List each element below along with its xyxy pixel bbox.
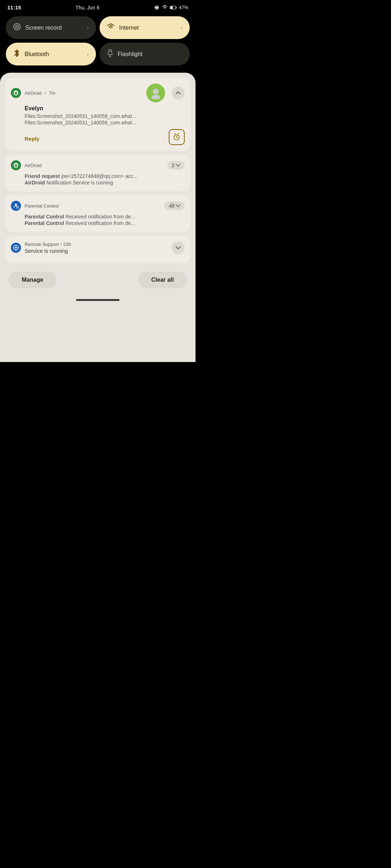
status-icons: 47% [154, 5, 188, 10]
notif-app-name-parental: Parental Control [25, 203, 161, 209]
svg-point-12 [153, 89, 159, 94]
flashlight-label: Flashlight [118, 51, 182, 58]
notif-body-parental: Parental Control Received notification f… [11, 214, 185, 226]
svg-point-15 [15, 204, 17, 206]
notification-panel: AirDroid • 7m [0, 73, 196, 362]
status-date: Thu, Jun 6 [76, 5, 100, 10]
svg-point-18 [15, 247, 17, 249]
notif-app-name-2: AirDroid [25, 163, 164, 168]
bluetooth-arrow: › [87, 51, 89, 57]
airdroid-app-icon-1 [11, 88, 21, 98]
quick-settings: Screen record › Internet › Bluetooth › [0, 13, 196, 71]
notif-header-airdroid-2: AirDroid 2 [11, 160, 185, 170]
notif-count-button-parental[interactable]: 48 [164, 201, 185, 210]
internet-arrow: › [181, 25, 182, 31]
notif-title-1: Evelyn [25, 105, 185, 112]
notif-app-name-1: AirDroid • 7m [25, 90, 143, 96]
flashlight-icon [107, 49, 113, 59]
status-time: 11:15 [7, 4, 21, 10]
notif-header-remote: Remote Support • 23h Service is running [11, 241, 185, 254]
notif-snooze-button[interactable] [169, 129, 185, 145]
avatar-icon [150, 87, 162, 99]
notif-text-parental-2: Parental Control Received notification f… [25, 220, 185, 226]
notif-header-parental: Parental Control 48 [11, 201, 185, 211]
chevron-up-icon [176, 91, 181, 95]
parental-icon [13, 203, 19, 209]
vibrate-icon [154, 5, 160, 10]
svg-rect-5 [176, 7, 176, 8]
notif-collapse-button-1[interactable] [172, 86, 185, 99]
notif-body-2: Friend request joe<2572274848@qq.com> ac… [11, 173, 185, 186]
svg-point-13 [151, 95, 160, 99]
notif-text-2a: Friend request joe<2572274848@qq.com> ac… [25, 173, 185, 179]
notification-remote-support[interactable]: Remote Support • 23h Service is running [5, 235, 190, 263]
notification-parental-control[interactable]: Parental Control 48 Parental Control Rec… [5, 195, 190, 232]
tile-bluetooth[interactable]: Bluetooth › [6, 43, 96, 65]
notif-text-2b: AirDroid Notification Service is running [25, 180, 185, 186]
home-indicator [5, 292, 190, 305]
battery-icon [170, 5, 177, 10]
clear-all-button[interactable]: Clear all [138, 272, 187, 288]
svg-rect-2 [155, 7, 155, 8]
notif-count-button-2[interactable]: 2 [167, 161, 185, 170]
internet-label: Internet [119, 25, 176, 31]
screen-record-icon [13, 23, 21, 33]
notif-reply-button[interactable]: Reply [25, 136, 39, 142]
chevron-down-icon [176, 163, 180, 167]
svg-rect-6 [171, 6, 173, 8]
chevron-down-icon-remote [176, 246, 181, 250]
bluetooth-label: Bluetooth [25, 51, 83, 58]
svg-rect-3 [158, 7, 159, 8]
notification-airdroid-2[interactable]: AirDroid 2 Friend request joe<2572274848… [5, 154, 190, 191]
battery-percent: 47% [179, 5, 188, 10]
bottom-actions: Manage Clear all [5, 267, 190, 292]
notif-body-1: Evelyn Files:Screenshot_20240531_140059_… [11, 105, 185, 145]
notif-header-airdroid-1: AirDroid • 7m [11, 84, 185, 102]
remote-icon [13, 244, 19, 251]
remote-app-name: Remote Support • 23h [25, 242, 168, 247]
status-bar: 11:15 Thu, Jun 6 47% [0, 0, 196, 13]
remote-support-icon [11, 243, 21, 253]
screen-record-label: Screen record [25, 25, 83, 31]
parental-control-icon [11, 201, 21, 211]
notif-expand-button-remote[interactable] [172, 241, 185, 254]
remote-service-text: Service is running [25, 248, 168, 254]
tile-screen-record[interactable]: Screen record › [6, 16, 96, 39]
tile-flashlight[interactable]: Flashlight [100, 43, 190, 65]
notif-text-1a: Files:Screenshot_20240531_140059_com.wha… [25, 113, 185, 119]
home-bar [76, 299, 119, 301]
notif-text-1b: Files:Screenshot_20240531_140059_com.wha… [25, 120, 185, 125]
airdroid-app-icon-2 [11, 160, 21, 170]
screen-record-arrow: › [87, 25, 89, 31]
snooze-icon [173, 133, 181, 141]
avatar [146, 84, 165, 102]
internet-icon [107, 24, 115, 32]
svg-rect-10 [109, 49, 111, 51]
wifi-icon [161, 5, 168, 10]
notification-airdroid-1[interactable]: AirDroid • 7m [5, 78, 190, 151]
bluetooth-icon [13, 49, 20, 59]
tile-internet[interactable]: Internet › [100, 16, 190, 39]
svg-rect-11 [109, 55, 111, 57]
manage-button[interactable]: Manage [9, 272, 56, 288]
notif-text-parental-1: Parental Control Received notification f… [25, 214, 185, 220]
chevron-down-icon-parental [176, 204, 180, 208]
svg-point-9 [16, 26, 18, 27]
svg-rect-1 [156, 7, 157, 8]
